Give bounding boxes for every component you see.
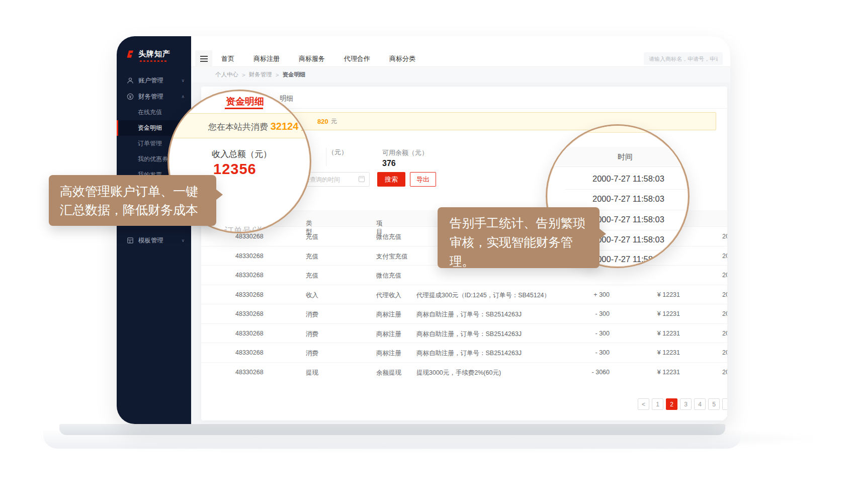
- cell-type: 收入: [306, 291, 318, 300]
- sidebar-item-finance[interactable]: 财务管理 ∧: [117, 89, 191, 105]
- logo-text: 头牌知产: [138, 49, 170, 59]
- pagination-prev-button[interactable]: <: [638, 398, 649, 410]
- cell-time: 2000-7-27 11:58:03: [722, 233, 727, 240]
- cell-type: 提现: [306, 369, 318, 377]
- banner-unit: 元: [331, 117, 337, 126]
- top-navbar: 首页 商标注册 商标服务 代理合作 商标分类: [191, 36, 730, 67]
- cell-desc: 商标自助注册，订单号：SB2514263J: [416, 330, 522, 339]
- cell-order: 48330268: [235, 369, 264, 376]
- app-logo: 头牌知产: [126, 49, 170, 59]
- nav-item-trademark-register[interactable]: 商标注册: [253, 54, 280, 63]
- lens-banner-band: 您在本站共消费 32124 大: [167, 113, 311, 138]
- chevron-down-icon: ∨: [378, 219, 382, 224]
- sidebar-subitem-recharge[interactable]: 在线充值: [117, 105, 191, 120]
- cell-type: 消费: [306, 310, 318, 319]
- tooltip-right-line2: 审核，实现智能财务管: [450, 233, 587, 252]
- logo-tagline: [140, 60, 168, 62]
- lens-row-separator: [565, 189, 690, 190]
- lens-banner-text: 您在本站共消费 32124 大: [208, 121, 310, 133]
- menu-hamburger-button[interactable]: [195, 50, 212, 67]
- sidebar-item-label: 财务管理: [138, 93, 163, 101]
- laptop-base-bar: [59, 424, 725, 435]
- nav-item-home[interactable]: 首页: [221, 54, 234, 63]
- sidebar-item-label: 账户管理: [138, 76, 163, 85]
- hamburger-icon: [200, 58, 208, 59]
- cell-project: 支付宝充值: [376, 253, 408, 261]
- breadcrumb-separator: >: [242, 72, 245, 78]
- pagination-page-3[interactable]: 3: [680, 398, 692, 410]
- cell-project: 商标注册: [376, 330, 401, 339]
- cell-order: 48330268: [235, 291, 264, 298]
- cell-order: 48330268: [235, 272, 264, 279]
- breadcrumb-current: 资金明细: [282, 71, 305, 78]
- tab-partial[interactable]: 明细: [280, 94, 293, 103]
- cell-project: 商标注册: [376, 349, 401, 358]
- pagination: < 1 2 3 4 5: [638, 398, 727, 410]
- cell-amount: - 3060: [553, 369, 610, 376]
- cell-type: 充值: [306, 253, 318, 261]
- stat-expense-label: （元）: [328, 148, 348, 157]
- breadcrumb: 个人中心 > 财务管理 > 资金明细: [191, 67, 730, 82]
- pagination-next-button-clipped[interactable]: [722, 398, 727, 410]
- sidebar-item-template[interactable]: 模板管理 ∨: [117, 232, 191, 248]
- cell-time: 2000-7-27 11:58:03: [722, 310, 727, 317]
- tooltip-left-line1: 高效管理账户订单、一键: [60, 182, 205, 201]
- cell-order: 48330268: [235, 233, 264, 240]
- finance-icon: [127, 93, 134, 100]
- table-row: 48330268 消费 商标注册 商标自助注册，订单号：SB2514263J -…: [201, 343, 727, 362]
- lens-time-header: 时间: [547, 147, 690, 167]
- stat-balance-value: 376: [382, 159, 396, 168]
- search-button[interactable]: 搜索: [377, 172, 405, 187]
- cell-desc: 提现3000元，手续费2%(60元): [416, 369, 501, 377]
- lens-tab-label: 资金明细: [226, 95, 264, 108]
- lens-income-value: 12356: [213, 161, 257, 178]
- cell-amount: + 300: [553, 291, 610, 298]
- trademark-search-input[interactable]: [644, 52, 723, 65]
- sidebar: 头牌知产 账户管理 ∨ 财务管理 ∧ 在线充值 资金明细 订单管理 我的优惠券: [117, 36, 191, 424]
- lens-tab-underline: [225, 108, 263, 109]
- tooltip-left: 高效管理账户订单、一键 汇总数据，降低财务成本: [49, 175, 216, 226]
- cell-time: 2000-7-27 11:58:03: [722, 253, 727, 260]
- cell-type: 充值: [306, 272, 318, 280]
- breadcrumb-item[interactable]: 个人中心: [215, 71, 238, 78]
- nav-item-trademark-category[interactable]: 商标分类: [389, 54, 415, 63]
- export-button[interactable]: 导出: [410, 172, 436, 187]
- pagination-page-2-active[interactable]: 2: [666, 398, 677, 410]
- cell-order: 48330268: [235, 253, 264, 260]
- chevron-up-icon: ∧: [181, 94, 185, 99]
- cell-project: 代理收入: [376, 291, 401, 300]
- nav-item-agent-cooperation[interactable]: 代理合作: [344, 54, 370, 63]
- nav-links: 首页 商标注册 商标服务 代理合作 商标分类: [221, 50, 415, 67]
- cell-balance: ¥ 12231: [624, 369, 680, 376]
- cell-order: 48330268: [235, 310, 264, 317]
- subitem-label: 资金明细: [138, 124, 162, 132]
- pagination-page-1[interactable]: 1: [652, 398, 663, 410]
- cell-balance: ¥ 12231: [624, 330, 680, 337]
- template-icon: [127, 237, 134, 244]
- banner-amount: 820: [317, 118, 328, 125]
- cell-time: 2000-7-27 11:58:03: [722, 291, 727, 298]
- lens-income-label: 收入总额（元）: [212, 148, 272, 160]
- calendar-icon: [359, 176, 365, 182]
- cell-time: 2000-7-27 11:58:03: [722, 349, 727, 356]
- lens-time-value: 2000-7-27 11:58:03: [592, 194, 664, 204]
- cell-desc: 商标自助注册，订单号：SB2514263J: [416, 310, 522, 319]
- chevron-down-icon: ∨: [181, 238, 185, 243]
- cell-desc: 商标自助注册，订单号：SB2514263J: [416, 349, 522, 358]
- cell-time: 2000-7-27 11:58:03: [722, 330, 727, 337]
- nav-item-trademark-service[interactable]: 商标服务: [299, 54, 325, 63]
- tooltip-right-line1: 告别手工统计、告别繁琐: [450, 214, 587, 233]
- table-row: 48330268 收入 代理收入 代理提成300元（ID:1245，订单号：SB…: [201, 285, 727, 304]
- pagination-page-4[interactable]: 4: [694, 398, 706, 410]
- cell-amount: - 300: [553, 349, 610, 356]
- stat-divider: [326, 148, 326, 166]
- cell-balance: ¥ 12231: [624, 349, 680, 356]
- sidebar-item-account[interactable]: 账户管理 ∨: [117, 72, 191, 89]
- cell-project: 余额提现: [376, 369, 401, 377]
- cell-project: 微信充值: [376, 272, 401, 280]
- pagination-page-5[interactable]: 5: [708, 398, 720, 410]
- subitem-label: 在线充值: [138, 108, 162, 117]
- subitem-label: 我的优惠券: [138, 155, 168, 163]
- breadcrumb-item[interactable]: 财务管理: [249, 71, 272, 78]
- lens-time-value: 2000-7-27 11:58:03: [592, 174, 664, 184]
